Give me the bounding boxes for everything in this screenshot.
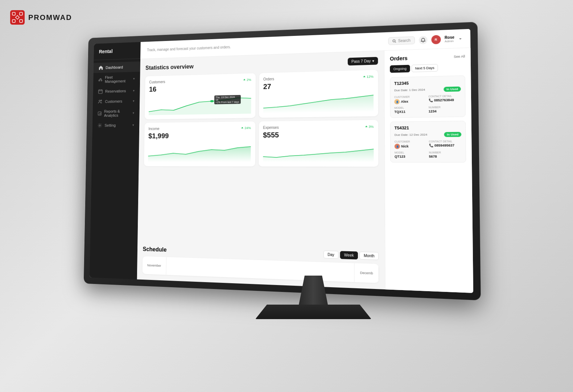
chart-tooltip: Thu. 19 Dec 2024 16 +2% From last 7 days — [214, 95, 240, 104]
number-label-2: Number — [429, 151, 462, 154]
orders-section: Orders See All Ongoing Next 5 Days T1234… — [384, 48, 473, 293]
header-subtitle: Track, manage and forecast your customer… — [147, 45, 231, 52]
sidebar-item-customers[interactable]: Customers ▾ — [93, 96, 140, 107]
income-change: 24% — [241, 126, 251, 129]
expenses-change: 3% — [365, 125, 374, 129]
customers-value: 16 — [149, 83, 251, 94]
order-contact-1: Contact Detail 📞 0852763849 — [428, 95, 461, 104]
order-card-2: T54321 Due Date: 12 Dec 2024 In Used Cus… — [390, 121, 466, 162]
order-model-2: Model QT123 — [395, 151, 426, 158]
left-panel: Statistics overview Pass 7 Day ▾ — [137, 51, 385, 289]
order-id-2: T54321 — [395, 125, 461, 130]
setting-chevron-icon: ▾ — [132, 123, 134, 127]
content-area: Statistics overview Pass 7 Day ▾ — [137, 48, 473, 293]
order-due-date-2: Due Date: 12 Dec 2024 — [395, 133, 427, 137]
order-due-date-1: Due Date: 1 Dec 2024 — [394, 88, 425, 92]
order-tab-next5days[interactable]: Next 5 Days — [412, 64, 438, 72]
order-due-2: Due Date: 12 Dec 2024 In Used — [395, 132, 462, 137]
stats-title: Statistics overview — [145, 63, 194, 71]
orders-label: Orders — [263, 77, 274, 81]
fleet-chevron-icon: ▾ — [133, 77, 135, 81]
orders-change: 12% — [363, 75, 373, 79]
model-label-2: Model — [395, 151, 426, 154]
monitor-bezel: Rental Dashboard Fleet Management ▾ — [84, 22, 481, 300]
schedule-tab-month[interactable]: Month — [359, 252, 379, 260]
calendar-icon — [98, 89, 103, 94]
customers-change: 2% — [243, 78, 251, 82]
customer-label-1: Customer — [394, 95, 426, 98]
customers-label: Customers — [149, 80, 165, 84]
status-badge-1: In Used — [444, 86, 461, 92]
stat-card-income-header: Income 24% — [148, 126, 251, 131]
monitor-stand — [255, 276, 371, 319]
users-icon — [98, 99, 103, 104]
svg-line-24 — [395, 41, 396, 42]
contact-label-2: Contact Detail — [429, 140, 461, 143]
user-info: Rose Admin — [445, 35, 454, 43]
model-value-1: TQX11 — [394, 110, 426, 114]
contact-label-1: Contact Detail — [428, 95, 461, 98]
customer-avatar-1: 👤 — [394, 99, 400, 104]
sidebar: Rental Dashboard Fleet Management ▾ — [90, 42, 141, 280]
order-details-2: Customer 👤 Nick Contact Detail — [395, 140, 462, 158]
number-value-2: 5678 — [429, 154, 462, 158]
reservations-chevron-icon: ▾ — [133, 89, 135, 92]
gear-icon — [98, 123, 102, 128]
income-chart: Mo Tu We Th Fr Sa Su — [148, 142, 251, 162]
stat-card-income: Income 24% $1,999 — [144, 121, 255, 166]
expenses-label: Expenses — [263, 125, 279, 129]
sidebar-title: Rental — [94, 48, 140, 60]
user-chevron-icon — [458, 37, 462, 41]
contact-value-1: 📞 0852763849 — [428, 98, 461, 102]
brand-logo-icon — [10, 10, 25, 25]
header-right: Search R Rose Admin — [388, 34, 462, 46]
orders-title: Orders — [390, 55, 408, 62]
sidebar-item-dashboard[interactable]: Dashboard — [94, 61, 140, 73]
svg-point-17 — [101, 100, 102, 101]
contact-value-2: 📞 0859495637 — [429, 143, 461, 147]
order-tabs: Ongoing Next 5 Days — [390, 63, 465, 73]
search-box[interactable]: Search — [388, 36, 415, 45]
customer-avatar-2: 👤 — [395, 144, 400, 149]
svg-point-23 — [393, 40, 395, 42]
period-selector[interactable]: Pass 7 Day ▾ — [348, 57, 378, 66]
order-id-1: T12345 — [394, 80, 461, 86]
orders-chart: Mo Tu We Th Fr Sa Su — [263, 91, 374, 114]
stats-grid: Customers 2% 16 — [144, 70, 378, 167]
home-icon — [99, 65, 103, 70]
stats-section: Statistics overview Pass 7 Day ▾ — [137, 51, 385, 252]
svg-point-22 — [99, 125, 100, 126]
model-label-1: Model — [394, 106, 426, 110]
order-details-1: Customer 👤 Alex Contact Detail — [394, 95, 461, 114]
income-value: $1,999 — [148, 131, 251, 140]
brand-bar: PROMWAD — [10, 10, 72, 25]
sidebar-item-reports[interactable]: Reports & Analytics ▾ — [92, 106, 140, 120]
order-model-1: Model TQX11 — [394, 106, 426, 114]
bell-icon[interactable] — [419, 36, 427, 44]
orders-value: 27 — [263, 80, 374, 91]
sidebar-item-setting[interactable]: Setting ▾ — [92, 120, 140, 131]
bike-icon — [98, 77, 102, 82]
expenses-value: $555 — [263, 130, 374, 140]
order-customer-2: Customer 👤 Nick — [395, 140, 426, 149]
schedule-tab-week[interactable]: Week — [340, 251, 358, 259]
search-icon — [392, 39, 396, 43]
order-number-2: Number 5678 — [429, 151, 462, 158]
sidebar-item-reservations[interactable]: Reservations ▾ — [93, 85, 140, 96]
see-all-link[interactable]: See All — [454, 54, 465, 58]
income-label: Income — [148, 127, 159, 131]
sidebar-item-fleet[interactable]: Fleet Management ▾ — [93, 72, 140, 87]
stat-card-customers: Customers 2% 16 — [145, 73, 256, 119]
schedule-tab-day[interactable]: Day — [323, 251, 338, 259]
monitor-screen: Rental Dashboard Fleet Management ▾ — [90, 29, 473, 293]
order-due-1: Due Date: 1 Dec 2024 In Used — [394, 86, 461, 92]
customers-chart: Thu. 19 Dec 2024 16 +2% From last 7 days — [149, 94, 251, 115]
cal-month-november: November — [143, 256, 166, 275]
order-tab-ongoing[interactable]: Ongoing — [390, 65, 410, 73]
number-label-1: Number — [429, 106, 461, 109]
stand-base — [255, 305, 371, 319]
monitor-wrapper: Rental Dashboard Fleet Management ▾ — [73, 29, 508, 341]
customer-value-2: 👤 Nick — [395, 144, 426, 149]
phone-icon-1: 📞 — [428, 98, 433, 102]
chart-icon — [98, 111, 102, 116]
